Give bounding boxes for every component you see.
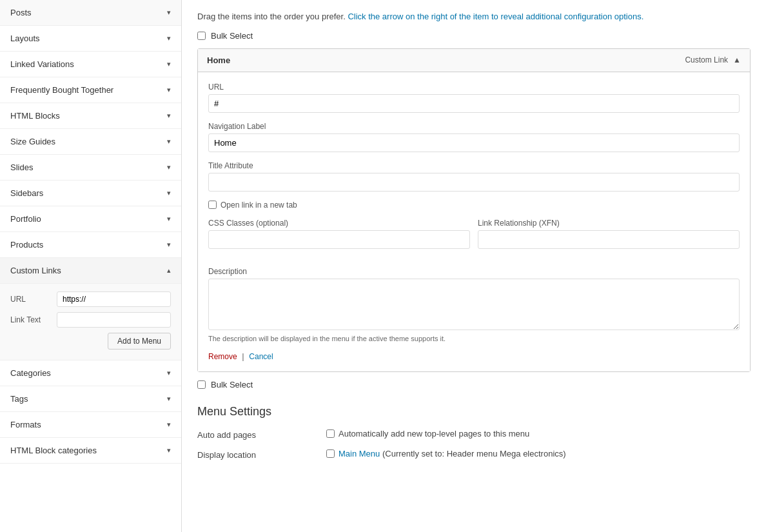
sidebar-item-size-guides-label: Size Guides <box>10 137 55 146</box>
description-field-label: Description <box>208 267 740 276</box>
sidebar-item-posts-label: Posts <box>10 8 32 17</box>
chevron-down-icon: ▾ <box>167 163 171 172</box>
sidebar-item-custom-links[interactable]: Custom Links ▴ <box>0 258 181 284</box>
sidebar-item-fbt-label: Frequently Bought Together <box>10 85 113 95</box>
chevron-up-icon: ▴ <box>167 266 171 275</box>
sidebar-item-html-blocks[interactable]: HTML Blocks ▾ <box>0 103 181 129</box>
main-menu-label: Main Menu <box>339 449 380 458</box>
sidebar: Posts ▾ Layouts ▾ Linked Variations ▾ Fr… <box>0 0 182 532</box>
chevron-down-icon: ▾ <box>167 446 171 455</box>
chevron-down-icon: ▾ <box>167 8 171 17</box>
sidebar-item-layouts-label: Layouts <box>10 34 40 43</box>
custom-links-url-input[interactable] <box>57 291 171 307</box>
main-menu-checkbox-label[interactable]: Main Menu (Currently set to: Header menu… <box>326 449 566 458</box>
url-input[interactable] <box>208 94 740 113</box>
chevron-down-icon: ▾ <box>167 137 171 146</box>
menu-item-card-home: Home Custom Link ▲ URL Navigation Label … <box>197 48 751 372</box>
top-bulk-select-bar: Bulk Select <box>197 31 751 41</box>
display-location-row: Display location Main Menu (Currently se… <box>197 449 751 460</box>
url-field-label: URL <box>208 83 740 92</box>
sidebar-item-categories-label: Categories <box>10 368 51 378</box>
description-textarea[interactable] <box>208 279 740 330</box>
link-rel-input[interactable] <box>478 230 740 249</box>
bulk-select-top-label[interactable]: Bulk Select <box>211 31 253 41</box>
open-new-tab-row: Open link in a new tab <box>208 201 740 210</box>
custom-links-link-text-input[interactable] <box>57 312 171 328</box>
sidebar-item-posts[interactable]: Posts ▾ <box>0 0 181 26</box>
bulk-select-bottom-checkbox[interactable] <box>197 380 206 389</box>
sidebar-item-html-block-cat-label: HTML Block categories <box>10 446 97 455</box>
menu-item-title-home: Home <box>207 55 230 65</box>
open-new-tab-label[interactable]: Open link in a new tab <box>221 201 297 210</box>
sidebar-item-portfolio[interactable]: Portfolio ▾ <box>0 206 181 232</box>
separator: | <box>242 351 244 361</box>
instruction-blue-text: Click the arrow on the right of the item… <box>348 12 643 21</box>
link-rel-label: Link Relationship (XFN) <box>478 219 740 228</box>
sidebar-item-frequently-bought-together[interactable]: Frequently Bought Together ▾ <box>0 77 181 103</box>
auto-add-pages-row: Auto add pages Automatically add new top… <box>197 429 751 440</box>
sidebar-item-tags[interactable]: Tags ▾ <box>0 386 181 412</box>
sidebar-item-linked-variations[interactable]: Linked Variations ▾ <box>0 52 181 77</box>
menu-settings-title: Menu Settings <box>197 405 751 419</box>
chevron-down-icon: ▾ <box>167 86 171 94</box>
remove-link[interactable]: Remove <box>208 352 237 361</box>
sidebar-item-sidebars-label: Sidebars <box>10 188 43 198</box>
chevron-down-icon: ▾ <box>167 34 171 43</box>
main-menu-checkbox[interactable] <box>326 449 335 458</box>
chevron-down-icon: ▾ <box>167 395 171 403</box>
bulk-select-bottom-label[interactable]: Bulk Select <box>211 380 253 389</box>
sidebar-item-formats[interactable]: Formats ▾ <box>0 412 181 438</box>
sidebar-item-html-block-categories[interactable]: HTML Block categories ▾ <box>0 438 181 464</box>
chevron-down-icon: ▾ <box>167 420 171 429</box>
menu-item-type-arrow: Custom Link ▲ <box>685 55 741 64</box>
sidebar-item-sidebars[interactable]: Sidebars ▾ <box>0 181 181 206</box>
chevron-down-icon: ▾ <box>167 215 171 223</box>
bulk-select-top-checkbox[interactable] <box>197 32 206 40</box>
description-field: Description The description will be disp… <box>208 267 740 342</box>
add-to-menu-button[interactable]: Add to Menu <box>108 333 171 350</box>
display-location-value: Main Menu (Currently set to: Header menu… <box>326 449 566 458</box>
nav-label-input[interactable] <box>208 133 740 152</box>
sidebar-item-products-label: Products <box>10 240 43 250</box>
title-attr-field-label: Title Attribute <box>208 161 740 170</box>
menu-item-header-home[interactable]: Home Custom Link ▲ <box>198 49 750 72</box>
title-attr-field: Title Attribute <box>208 161 740 192</box>
arrow-up-icon: ▲ <box>733 55 741 64</box>
open-new-tab-checkbox[interactable] <box>208 201 217 209</box>
sidebar-item-products[interactable]: Products ▾ <box>0 232 181 258</box>
auto-add-pages-checkbox-label[interactable]: Automatically add new top-level pages to… <box>326 429 529 438</box>
cancel-link[interactable]: Cancel <box>249 352 273 361</box>
bottom-bulk-select-bar: Bulk Select <box>197 380 751 389</box>
sidebar-item-slides-label: Slides <box>10 163 33 172</box>
auto-add-pages-text: Automatically add new top-level pages to… <box>339 429 529 438</box>
menu-settings-section: Menu Settings Auto add pages Automatical… <box>197 405 751 460</box>
chevron-down-icon: ▾ <box>167 241 171 249</box>
sidebar-item-html-blocks-label: HTML Blocks <box>10 111 60 121</box>
css-classes-input[interactable] <box>208 230 470 249</box>
css-xfn-row: CSS Classes (optional) Link Relationship… <box>208 219 740 258</box>
sidebar-item-linked-variations-label: Linked Variations <box>10 59 74 69</box>
sidebar-item-portfolio-label: Portfolio <box>10 214 41 224</box>
sidebar-item-tags-label: Tags <box>10 394 28 404</box>
nav-label-field-label: Navigation Label <box>208 122 740 131</box>
custom-links-form: URL Link Text Add to Menu <box>0 284 181 360</box>
sidebar-item-layouts[interactable]: Layouts ▾ <box>0 26 181 52</box>
link-rel-field: Link Relationship (XFN) <box>478 219 740 249</box>
chevron-down-icon: ▾ <box>167 369 171 377</box>
chevron-down-icon: ▾ <box>167 189 171 197</box>
sidebar-item-categories[interactable]: Categories ▾ <box>0 360 181 386</box>
sidebar-item-size-guides[interactable]: Size Guides ▾ <box>0 129 181 155</box>
sidebar-item-formats-label: Formats <box>10 420 41 429</box>
url-label: URL <box>10 295 57 304</box>
css-classes-label: CSS Classes (optional) <box>208 219 470 228</box>
main-menu-text: Main Menu (Currently set to: Header menu… <box>339 449 566 458</box>
instruction-text: Drag the items into the order you prefer… <box>197 0 751 31</box>
display-location-label: Display location <box>197 449 326 460</box>
auto-add-pages-checkbox[interactable] <box>326 429 335 438</box>
title-attr-input[interactable] <box>208 173 740 192</box>
sidebar-item-slides[interactable]: Slides ▾ <box>0 155 181 181</box>
css-classes-field: CSS Classes (optional) <box>208 219 470 249</box>
description-hint: The description will be displayed in the… <box>208 335 740 342</box>
auto-add-pages-label: Auto add pages <box>197 429 326 440</box>
auto-add-pages-value: Automatically add new top-level pages to… <box>326 429 529 438</box>
